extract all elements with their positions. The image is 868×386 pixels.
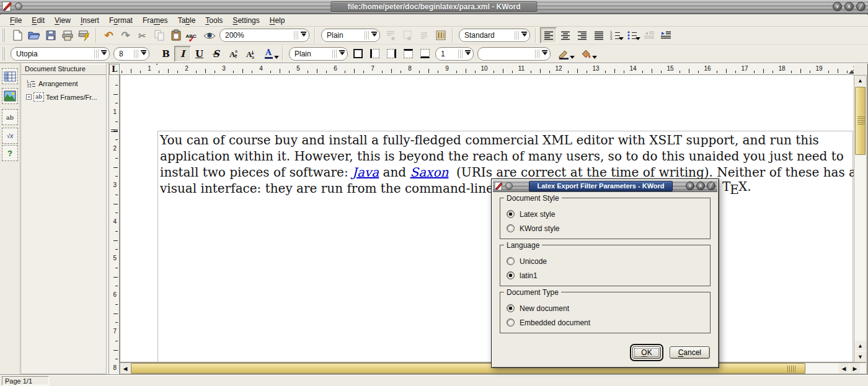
border-width-combo[interactable]: 1 xyxy=(435,47,474,61)
stylist-combo[interactable]: Standard xyxy=(459,29,530,42)
font-family-combo[interactable]: Utopia xyxy=(11,47,110,61)
view-mode-button[interactable] xyxy=(201,27,218,43)
zoom-combo[interactable]: 200% xyxy=(219,29,309,42)
radio-latex-style[interactable]: Latex style xyxy=(507,207,710,221)
maximize-button[interactable]: ∧ xyxy=(844,2,854,11)
align-right-button[interactable] xyxy=(574,27,590,43)
sticky-button[interactable]: - xyxy=(15,2,22,10)
chevron-down-icon[interactable] xyxy=(519,29,529,42)
menu-edit[interactable]: Edit xyxy=(27,15,50,25)
radio-kword-style[interactable]: KWord style xyxy=(507,221,710,235)
border-color-button[interactable] xyxy=(552,46,575,62)
undo-button[interactable]: ↶ xyxy=(100,27,117,43)
border-style-combo[interactable] xyxy=(477,47,551,61)
chevron-down-icon[interactable] xyxy=(463,48,473,60)
tree-item-text-frames-fr[interactable]: +abText Frames/Fr... xyxy=(26,92,106,102)
menu-tools[interactable]: Tools xyxy=(200,15,228,25)
chevron-down-icon[interactable] xyxy=(99,48,109,60)
scroll-left-button-2[interactable]: ◀ xyxy=(839,363,849,374)
menu-file[interactable]: File xyxy=(5,15,27,25)
menu-format[interactable]: Format xyxy=(104,15,138,25)
paste-button[interactable] xyxy=(167,27,184,43)
increase-font-button[interactable]: Aa xyxy=(224,46,241,62)
italic-button[interactable]: I xyxy=(174,46,191,62)
scroll-up-button[interactable]: ▲ xyxy=(854,76,866,86)
insert-text-frame-tool[interactable]: ab xyxy=(2,109,18,125)
insert-table-tool[interactable] xyxy=(2,68,18,84)
radio-latin1[interactable]: latin1 xyxy=(507,268,710,283)
bullet-list-button[interactable] xyxy=(624,27,640,43)
dialog-sticky-button[interactable]: - xyxy=(505,182,513,190)
minimize-button[interactable]: ∨ xyxy=(833,2,842,11)
close-button[interactable]: ╱ xyxy=(856,2,866,11)
chevron-down-icon[interactable] xyxy=(138,48,149,60)
dialog-titlebar[interactable]: - Latex Export Filter Parameters - KWord… xyxy=(493,180,717,192)
font-color-button[interactable]: A xyxy=(258,46,279,62)
numbered-list-button[interactable]: 1.2.3. xyxy=(607,27,624,43)
scroll-up-button-2[interactable]: ▲ xyxy=(854,341,866,351)
save-button[interactable] xyxy=(42,27,59,43)
toolbar-handle[interactable] xyxy=(2,29,6,42)
tree-item-arrangement[interactable]: 1.1.11.2Arrangement xyxy=(26,79,106,88)
hyperlink[interactable]: Saxon xyxy=(410,165,448,180)
paragraph-style-combo[interactable]: Plain xyxy=(321,29,380,42)
vertical-ruler[interactable]: 12345678 xyxy=(109,75,120,374)
scroll-left-button[interactable]: ◀ xyxy=(120,363,130,374)
chevron-down-icon[interactable] xyxy=(369,29,379,42)
toolbar-handle[interactable] xyxy=(2,47,6,61)
document-view[interactable]: You can of course buy and install a full… xyxy=(120,75,854,362)
char-style-combo[interactable]: Plain xyxy=(289,47,348,61)
insert-column-break-button[interactable] xyxy=(432,27,449,43)
spellcheck-button[interactable]: ABC✓ xyxy=(184,27,201,43)
radio-new-document[interactable]: New document xyxy=(507,301,710,315)
chevron-down-icon[interactable] xyxy=(298,29,309,42)
menu-settings[interactable]: Settings xyxy=(228,15,264,25)
font-size-combo[interactable]: 8 xyxy=(113,47,149,61)
hyperlink[interactable]: Java xyxy=(352,165,379,180)
align-justify-button[interactable] xyxy=(590,27,607,43)
insert-picture-tool[interactable] xyxy=(2,88,18,104)
align-left-button[interactable] xyxy=(540,27,557,43)
dialog-close-button[interactable]: ╱ xyxy=(707,182,715,190)
scroll-right-button[interactable]: ▶ xyxy=(850,363,860,374)
insert-object-tool[interactable]: ? xyxy=(2,145,18,161)
ruler-tick xyxy=(773,71,773,73)
align-center-button[interactable] xyxy=(557,27,574,43)
chevron-down-icon[interactable] xyxy=(337,48,347,60)
decrease-font-button[interactable]: Aa xyxy=(241,46,258,62)
insert-formula-tool[interactable]: √x xyxy=(2,128,18,144)
horizontal-ruler[interactable]: 1234567891011121314151617181920 xyxy=(120,64,854,75)
print-button[interactable] xyxy=(59,27,76,43)
titlebar[interactable]: - file:/home/peter/doc/beginlatex/para.x… xyxy=(0,0,868,14)
dialog-maximize-button[interactable]: ∧ xyxy=(696,182,705,190)
background-color-button[interactable] xyxy=(575,46,597,62)
ok-button[interactable]: OK xyxy=(632,346,660,359)
dialog-minimize-button[interactable]: ∨ xyxy=(686,182,694,190)
strikethrough-button[interactable]: S xyxy=(208,46,224,62)
menu-view[interactable]: View xyxy=(50,15,76,25)
border-right-button[interactable] xyxy=(383,46,400,62)
tab-type-selector[interactable]: L xyxy=(109,64,120,75)
underline-button[interactable]: U xyxy=(191,46,208,62)
menu-table[interactable]: Table xyxy=(173,15,201,25)
new-document-button[interactable] xyxy=(9,27,25,43)
border-bottom-button[interactable] xyxy=(417,46,433,62)
border-outline-button[interactable] xyxy=(350,46,366,62)
expander-icon[interactable]: + xyxy=(26,94,32,100)
menu-help[interactable]: Help xyxy=(265,15,290,25)
chevron-down-icon[interactable] xyxy=(539,48,550,60)
cancel-button[interactable]: Cancel xyxy=(670,346,710,359)
radio-embedded-document[interactable]: Embedded document xyxy=(507,315,710,330)
increase-indent-button[interactable] xyxy=(657,27,674,43)
bold-button[interactable]: B xyxy=(157,46,174,62)
border-left-button[interactable] xyxy=(366,46,383,62)
menu-frames[interactable]: Frames xyxy=(138,15,173,25)
open-document-button[interactable] xyxy=(25,27,42,43)
scroll-down-button[interactable]: ▼ xyxy=(854,352,866,362)
radio-unicode[interactable]: Unicode xyxy=(507,254,710,268)
print-preview-button[interactable] xyxy=(76,27,92,43)
vertical-scrollbar[interactable]: ▲ ▲ ▼ xyxy=(854,75,867,362)
vertical-scroll-thumb[interactable] xyxy=(855,87,866,155)
menu-insert[interactable]: Insert xyxy=(76,15,104,25)
border-top-button[interactable] xyxy=(400,46,417,62)
